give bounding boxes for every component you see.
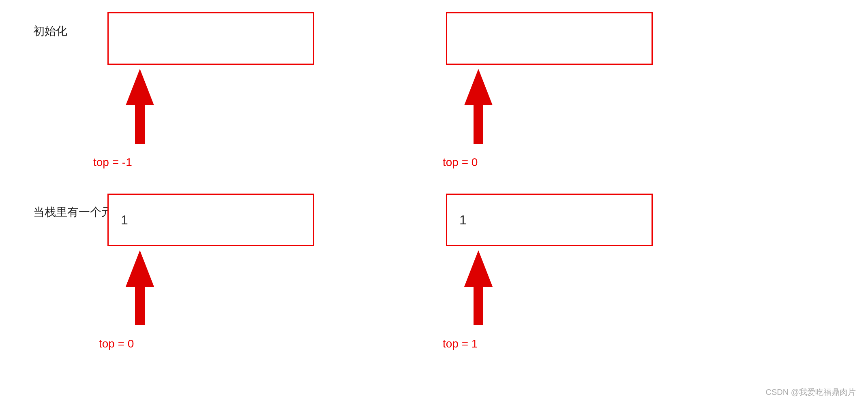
stack-box-right-1 <box>446 12 653 65</box>
svg-rect-6 <box>474 283 483 325</box>
box-value-right-2: 1 <box>459 213 467 228</box>
watermark: CSDN @我爱吃福鼎肉片 <box>765 387 856 398</box>
svg-marker-5 <box>464 69 493 105</box>
box-value-left-2: 1 <box>121 213 128 228</box>
svg-rect-2 <box>135 283 145 325</box>
stack-box-left-2: 1 <box>107 194 314 246</box>
stack-box-left-1 <box>107 12 314 65</box>
top-label-right-1: top = 0 <box>443 156 478 169</box>
svg-rect-4 <box>474 101 483 144</box>
top-label-left-2: top = 0 <box>99 337 134 350</box>
arrow-up-left-1 <box>124 69 156 150</box>
top-label-left-1: top = -1 <box>93 156 132 169</box>
arrow-up-right-2 <box>462 250 495 331</box>
top-label-right-2: top = 1 <box>443 337 478 350</box>
section1-label-left: 初始化 <box>33 23 67 39</box>
svg-marker-3 <box>126 250 154 287</box>
stack-box-right-2: 1 <box>446 194 653 246</box>
svg-rect-0 <box>135 101 145 144</box>
svg-marker-7 <box>464 250 493 287</box>
arrow-up-right-1 <box>462 69 495 150</box>
arrow-up-left-2 <box>124 250 156 331</box>
svg-marker-1 <box>126 69 154 105</box>
